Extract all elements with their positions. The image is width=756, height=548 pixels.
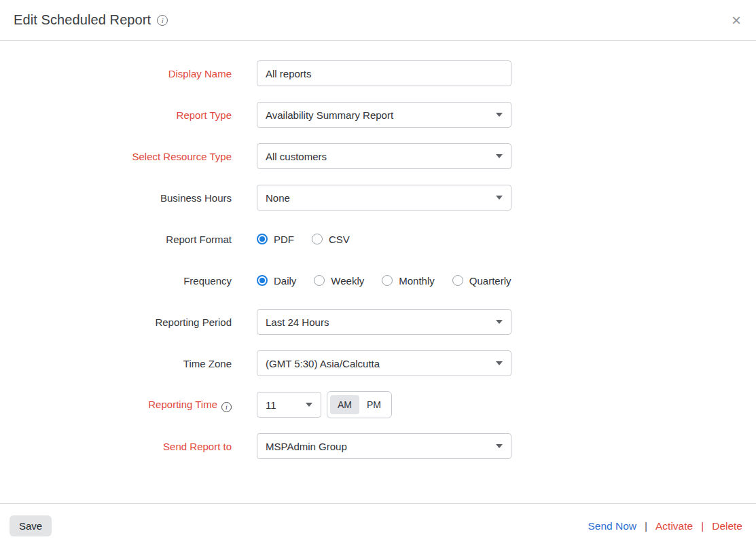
radio-csv-label: CSV: [329, 234, 350, 245]
chevron-down-icon: [496, 361, 503, 365]
reporting-period-value: Last 24 Hours: [266, 316, 490, 328]
reporting-time-info-icon[interactable]: i: [221, 402, 232, 412]
row-report-type: Report Type Availability Summary Report: [0, 102, 756, 128]
chevron-down-icon: [496, 113, 503, 117]
row-resource-type: Select Resource Type All customers: [0, 143, 756, 169]
send-report-to-value: MSPAdmin Group: [266, 441, 490, 452]
row-frequency: Frequency Daily Weekly Monthly: [0, 268, 756, 293]
reporting-time-label: Reporting Timei: [0, 399, 232, 411]
time-zone-label: Time Zone: [0, 358, 232, 369]
display-name-label: Display Name: [0, 68, 232, 79]
frequency-radio-group: Daily Weekly Monthly Quarterly: [257, 275, 511, 287]
radio-unselected-icon: [452, 275, 463, 286]
row-time-zone: Time Zone (GMT 5:30) Asia/Calcutta: [0, 350, 756, 376]
resource-type-select[interactable]: All customers: [257, 143, 511, 169]
chevron-down-icon: [496, 154, 503, 158]
report-type-label: Report Type: [0, 109, 232, 121]
business-hours-select[interactable]: None: [257, 185, 511, 211]
time-zone-select[interactable]: (GMT 5:30) Asia/Calcutta: [257, 350, 511, 376]
business-hours-label: Business Hours: [0, 192, 232, 204]
radio-weekly-label: Weekly: [331, 275, 364, 287]
send-report-to-select[interactable]: MSPAdmin Group: [257, 433, 511, 459]
radio-weekly[interactable]: Weekly: [314, 275, 364, 287]
edit-scheduled-report-dialog: Edit Scheduled Report i × Display Name R…: [0, 0, 756, 548]
time-zone-value: (GMT 5:30) Asia/Calcutta: [266, 358, 490, 369]
radio-selected-icon: [257, 275, 268, 286]
chevron-down-icon: [496, 196, 503, 200]
radio-quarterly-label: Quarterly: [469, 275, 511, 287]
activate-link[interactable]: Activate: [655, 520, 693, 532]
radio-monthly-label: Monthly: [399, 275, 435, 287]
radio-pdf[interactable]: PDF: [257, 234, 294, 245]
radio-unselected-icon: [312, 234, 323, 244]
dialog-footer: Save Send Now | Activate | Delete: [0, 503, 756, 548]
meridiem-toggle: AM PM: [327, 391, 392, 418]
report-format-label: Report Format: [0, 234, 232, 245]
radio-daily[interactable]: Daily: [257, 275, 296, 287]
reporting-hour-value: 11: [266, 399, 300, 411]
send-now-link[interactable]: Send Now: [588, 520, 636, 532]
row-business-hours: Business Hours None: [0, 185, 756, 211]
report-type-value: Availability Summary Report: [266, 109, 490, 121]
report-type-select[interactable]: Availability Summary Report: [257, 102, 511, 128]
chevron-down-icon: [496, 320, 503, 324]
footer-separator: |: [701, 520, 704, 532]
close-icon[interactable]: ×: [732, 12, 741, 29]
radio-pdf-label: PDF: [274, 234, 294, 245]
frequency-label: Frequency: [0, 275, 232, 287]
radio-daily-label: Daily: [274, 275, 296, 287]
row-reporting-time: Reporting Timei 11 AM PM: [0, 392, 756, 418]
reporting-period-select[interactable]: Last 24 Hours: [257, 309, 511, 335]
dialog-header: Edit Scheduled Report i ×: [0, 0, 756, 41]
resource-type-label: Select Resource Type: [0, 151, 232, 162]
display-name-input[interactable]: [257, 60, 511, 86]
row-report-format: Report Format PDF CSV: [0, 226, 756, 252]
radio-csv[interactable]: CSV: [312, 234, 350, 245]
resource-type-value: All customers: [266, 151, 490, 162]
radio-unselected-icon: [382, 275, 393, 286]
title-info-icon[interactable]: i: [157, 15, 168, 26]
footer-links: Send Now | Activate | Delete: [588, 520, 742, 532]
am-toggle[interactable]: AM: [330, 395, 359, 414]
form-body: Display Name Report Type Availability Su…: [0, 41, 756, 503]
reporting-period-label: Reporting Period: [0, 316, 232, 328]
radio-selected-icon: [257, 234, 268, 244]
delete-link[interactable]: Delete: [712, 520, 742, 532]
radio-unselected-icon: [314, 275, 325, 286]
row-reporting-period: Reporting Period Last 24 Hours: [0, 309, 756, 335]
footer-separator: |: [645, 520, 647, 532]
chevron-down-icon: [496, 444, 503, 448]
save-button[interactable]: Save: [10, 515, 52, 536]
business-hours-value: None: [266, 192, 490, 204]
row-display-name: Display Name: [0, 60, 756, 86]
report-format-radio-group: PDF CSV: [257, 234, 350, 245]
send-report-to-label: Send Report to: [0, 441, 232, 452]
radio-quarterly[interactable]: Quarterly: [452, 275, 511, 287]
chevron-down-icon: [306, 403, 312, 407]
radio-monthly[interactable]: Monthly: [382, 275, 435, 287]
page-title: Edit Scheduled Report: [14, 12, 151, 28]
reporting-hour-select[interactable]: 11: [257, 392, 321, 418]
pm-toggle[interactable]: PM: [359, 395, 389, 414]
row-send-report-to: Send Report to MSPAdmin Group: [0, 433, 756, 459]
